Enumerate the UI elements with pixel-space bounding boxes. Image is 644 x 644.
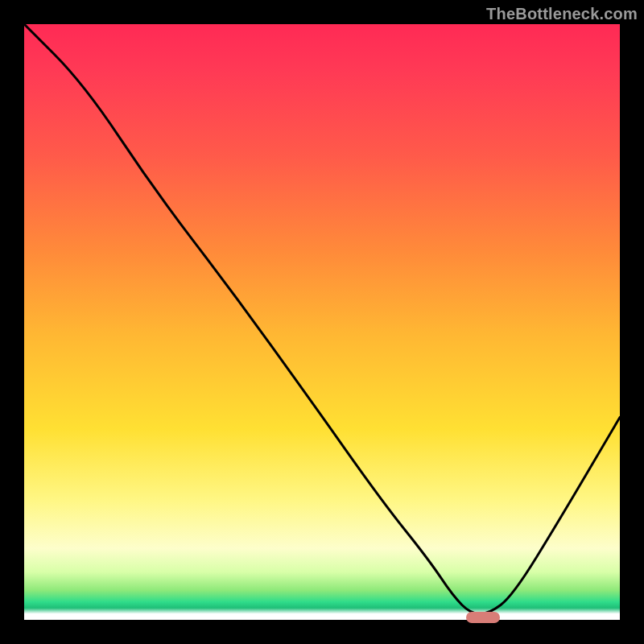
chart-plot-area <box>24 24 620 620</box>
optimum-marker <box>466 612 500 623</box>
attribution-label: TheBottleneck.com <box>486 5 638 23</box>
chart-background-gradient <box>24 24 620 620</box>
